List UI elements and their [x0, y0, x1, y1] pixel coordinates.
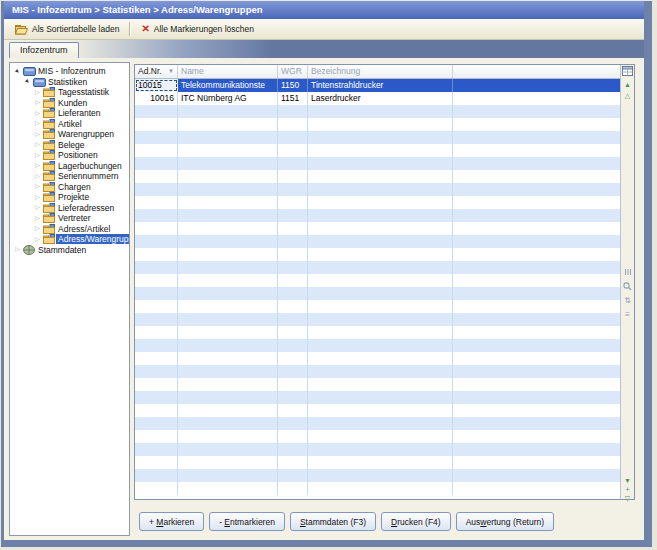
- expander-collapsed-icon[interactable]: ▷: [33, 193, 42, 202]
- tab-strip: Infozentrum: [4, 40, 644, 58]
- table-row-empty[interactable]: [135, 326, 621, 339]
- table-row-empty[interactable]: [135, 313, 621, 326]
- column-header-wgr[interactable]: WGR: [278, 65, 308, 78]
- list-icon[interactable]: ≡: [621, 310, 634, 319]
- scroll-last-icon[interactable]: ▽: [621, 494, 634, 503]
- expander-collapsed-icon[interactable]: ▷: [33, 109, 42, 118]
- column-header-name[interactable]: Name: [178, 65, 278, 78]
- load-sort-table-button[interactable]: Als Sortiertabelle laden: [10, 22, 124, 37]
- tree-item-label: Positionen: [56, 150, 100, 160]
- search-icon[interactable]: [621, 282, 634, 293]
- table-row-empty[interactable]: [135, 131, 621, 144]
- expander-collapsed-icon[interactable]: ▷: [33, 98, 42, 107]
- tree-item-vertreter[interactable]: ▷Vertreter: [10, 213, 129, 224]
- sort-icon[interactable]: ⇅: [621, 296, 634, 305]
- tree-item-lieferanten[interactable]: ▷Lieferanten: [10, 108, 129, 119]
- table-row-empty[interactable]: [135, 430, 621, 443]
- tree-item-belege[interactable]: ▷Belege: [10, 140, 129, 151]
- tree-item-kunden[interactable]: ▷Kunden: [10, 98, 129, 109]
- tree-item-adress-artikel[interactable]: ▷Adress/Artikel: [10, 224, 129, 235]
- table-row-empty[interactable]: [135, 196, 621, 209]
- table-row-empty[interactable]: [135, 235, 621, 248]
- expander-collapsed-icon[interactable]: ▷: [13, 245, 22, 254]
- expander-collapsed-icon[interactable]: ▷: [33, 88, 42, 97]
- folder-icon: [42, 140, 56, 150]
- table-row-empty[interactable]: [135, 274, 621, 287]
- drucken-button[interactable]: Drucken (F4): [381, 512, 451, 531]
- scroll-prev-icon[interactable]: △: [621, 91, 634, 100]
- column-header-ad-nr[interactable]: Ad.Nr.▼: [135, 65, 178, 78]
- expander-collapsed-icon[interactable]: ▷: [33, 151, 42, 160]
- table-row-empty[interactable]: [135, 404, 621, 417]
- table-row-empty[interactable]: [135, 170, 621, 183]
- markieren-button[interactable]: + Markieren: [139, 512, 204, 531]
- tree-item-artikel[interactable]: ▷Artikel: [10, 119, 129, 130]
- expander-collapsed-icon[interactable]: ▷: [33, 119, 42, 128]
- table-row[interactable]: 10016ITC Nürnberg AG1151Laserdrucker: [135, 92, 621, 105]
- table-row-empty[interactable]: [135, 105, 621, 118]
- expander-collapsed-icon[interactable]: ▷: [33, 161, 42, 170]
- tree-item-adress-warengruppen[interactable]: ▷Adress/Warengruppen: [10, 234, 129, 245]
- entmarkieren-button[interactable]: - Entmarkieren: [209, 512, 285, 531]
- scroll-first-icon[interactable]: ▲: [621, 80, 634, 89]
- table-row-empty[interactable]: [135, 443, 621, 456]
- tree-item-warengruppen[interactable]: ▷Warengruppen: [10, 129, 129, 140]
- table-row[interactable]: 10015Telekommunikationste1150Tintenstrah…: [135, 79, 621, 92]
- expander-collapsed-icon[interactable]: ▷: [33, 130, 42, 139]
- table-cell: [278, 235, 308, 248]
- table-row-empty[interactable]: [135, 365, 621, 378]
- expander-collapsed-icon[interactable]: ▷: [33, 182, 42, 191]
- expander-collapsed-icon[interactable]: ▷: [33, 172, 42, 181]
- column-header-bezeichnung[interactable]: Bezeichnung: [308, 65, 453, 78]
- table-row-empty[interactable]: [135, 339, 621, 352]
- table-row-empty[interactable]: [135, 222, 621, 235]
- tree-item-statistiken[interactable]: ▼Statistiken: [10, 77, 129, 88]
- table-row-empty[interactable]: [135, 287, 621, 300]
- table-row-empty[interactable]: [135, 469, 621, 482]
- table-row-empty[interactable]: [135, 118, 621, 131]
- customize-grid-icon[interactable]: [621, 66, 634, 78]
- expander-collapsed-icon[interactable]: ▷: [33, 235, 42, 244]
- tree-item-stammdaten[interactable]: ▷Stammdaten: [10, 245, 129, 256]
- table-row-empty[interactable]: [135, 456, 621, 469]
- table-row-empty[interactable]: [135, 144, 621, 157]
- table-row-empty[interactable]: [135, 209, 621, 222]
- table-row-empty[interactable]: [135, 352, 621, 365]
- tree-item-lieferadressen[interactable]: ▷Lieferadressen: [10, 203, 129, 214]
- tree-item-seriennummern[interactable]: ▷Seriennummern: [10, 171, 129, 182]
- table-row-empty[interactable]: [135, 157, 621, 170]
- table-cell: [308, 391, 453, 404]
- table-cell: [178, 209, 278, 222]
- auswertung-button[interactable]: Auswertung (Return): [456, 512, 554, 531]
- table-row-empty[interactable]: [135, 391, 621, 404]
- tab-infozentrum[interactable]: Infozentrum: [9, 42, 79, 58]
- table-cell: [453, 326, 621, 339]
- tree-item-tagesstatistik[interactable]: ▷Tagesstatistik: [10, 87, 129, 98]
- tree-item-projekte[interactable]: ▷Projekte: [10, 192, 129, 203]
- tree-item-positionen[interactable]: ▷Positionen: [10, 150, 129, 161]
- table-row-empty[interactable]: [135, 378, 621, 391]
- expander-collapsed-icon[interactable]: ▷: [33, 140, 42, 149]
- table-cell: [178, 170, 278, 183]
- tree-item-chargen[interactable]: ▷Chargen: [10, 182, 129, 193]
- expander-collapsed-icon[interactable]: ▷: [33, 203, 42, 212]
- stammdaten-button[interactable]: Stammdaten (F3): [290, 512, 376, 531]
- table-row-empty[interactable]: [135, 261, 621, 274]
- table-row-empty[interactable]: [135, 482, 621, 495]
- expander-collapsed-icon[interactable]: ▷: [33, 214, 42, 223]
- table-row-empty[interactable]: [135, 300, 621, 313]
- column-select-icon[interactable]: [621, 268, 634, 278]
- add-mark-icon[interactable]: +: [621, 485, 634, 494]
- tree-item-label: Lieferadressen: [56, 203, 116, 213]
- table-cell: [308, 313, 453, 326]
- scroll-next-icon[interactable]: ▼: [621, 476, 634, 485]
- table-cell: [135, 287, 178, 300]
- table-row-empty[interactable]: [135, 183, 621, 196]
- table-cell: [308, 144, 453, 157]
- expander-collapsed-icon[interactable]: ▷: [33, 224, 42, 233]
- clear-marks-button[interactable]: ✕ Alle Markierungen löschen: [136, 22, 259, 36]
- table-row-empty[interactable]: [135, 417, 621, 430]
- column-header-blank[interactable]: [453, 65, 621, 78]
- table-row-empty[interactable]: [135, 248, 621, 261]
- tree-item-lagerbuchungen[interactable]: ▷Lagerbuchungen: [10, 161, 129, 172]
